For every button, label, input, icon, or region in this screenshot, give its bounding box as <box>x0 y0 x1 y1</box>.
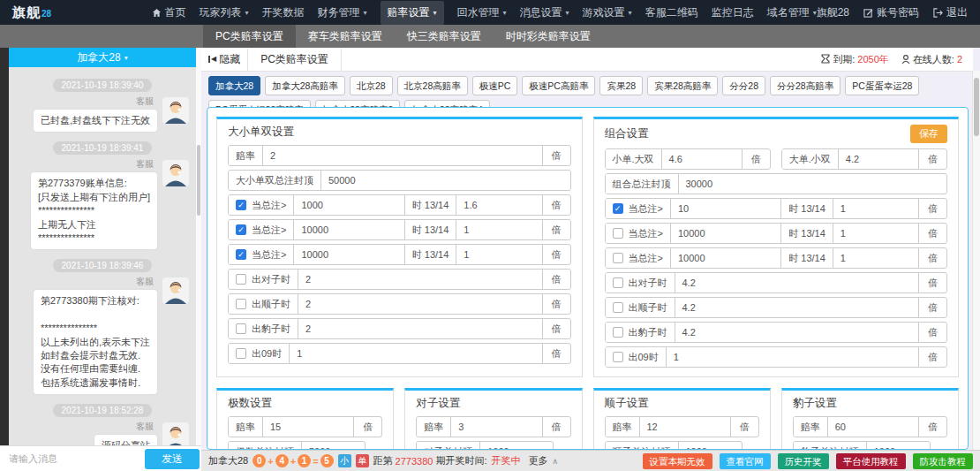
anti-attack-tutorial-button[interactable]: 防攻击教程 <box>913 453 974 469</box>
value-input[interactable]: 1 <box>290 344 541 363</box>
game-tab-加拿大28高赔率[interactable]: 加拿大28高赔率 <box>265 76 345 95</box>
nav-item-rebate[interactable]: 回水管理▾ <box>457 5 507 20</box>
nav-item-game-settings[interactable]: 游戏设置▾ <box>583 5 632 20</box>
value-input[interactable]: 5000 <box>302 442 365 450</box>
subnav-k3-odds[interactable]: 快三类赔率设置 <box>395 25 494 48</box>
send-button[interactable]: 发送 <box>145 449 200 469</box>
checkbox[interactable] <box>613 277 623 288</box>
checkbox[interactable] <box>236 348 246 359</box>
value-input[interactable]: 1000 <box>480 442 553 450</box>
value-input-2[interactable]: 1 <box>456 220 541 239</box>
value-input-2[interactable]: 1 <box>833 248 918 268</box>
chat-input[interactable] <box>0 453 145 464</box>
value-input[interactable]: 2 <box>298 319 542 338</box>
nav-item-odds-settings[interactable]: 赔率设置▾ <box>381 1 444 25</box>
value-input-2[interactable]: 1 <box>833 199 918 218</box>
value-input[interactable]: 4.2 <box>675 273 919 292</box>
value-input[interactable]: 15 <box>263 417 353 437</box>
value-input-2[interactable]: 1.6 <box>456 195 541 215</box>
checkbox[interactable] <box>613 352 623 362</box>
value-input[interactable]: 1000 <box>679 442 742 450</box>
checkbox[interactable]: ✓ <box>236 224 246 235</box>
value-input[interactable]: 3 <box>451 417 541 437</box>
official-site-button[interactable]: 查看官网 <box>720 453 771 469</box>
value-input[interactable]: 10 <box>671 199 780 218</box>
value-input-2[interactable]: 1 <box>456 245 541 264</box>
nav-item-domain[interactable]: 域名管理▾ <box>767 5 817 20</box>
nav-item-service-qrcode[interactable]: 客服二维码 <box>645 5 698 20</box>
invalidate-current-button[interactable]: 设置本期无效 <box>643 453 712 469</box>
game-tab-北京28高赔率[interactable]: 北京28高赔率 <box>397 76 468 95</box>
value-input[interactable]: 10000 <box>294 220 403 239</box>
checkbox[interactable]: ✓ <box>613 203 623 214</box>
value-input[interactable]: 10000 <box>671 224 780 243</box>
nav-item-player-list[interactable]: 玩家列表▾ <box>200 5 249 20</box>
value-input[interactable]: 50000 <box>321 171 570 190</box>
nav-item-monitor-log[interactable]: 监控日志 <box>712 5 754 20</box>
field-label: 出豹子时 <box>229 319 298 338</box>
nav-item-message-settings[interactable]: 消息设置▾ <box>520 5 569 20</box>
game-tab-宾果28[interactable]: 宾果28 <box>599 76 643 95</box>
hide-sidebar-toggle[interactable]: ◀ 隐藏 <box>201 52 247 67</box>
value-input[interactable]: 2 <box>298 270 542 289</box>
checkbox[interactable] <box>236 299 246 309</box>
panel-extreme: 极数设置赔率15倍极数总注封顶5000 <box>216 388 394 450</box>
subnav-pc-odds[interactable]: PC类赔率设置 <box>203 25 296 48</box>
subnav-racing-odds[interactable]: 赛车类赔率设置 <box>296 25 395 48</box>
main-scrollbar-thumb[interactable] <box>974 78 979 136</box>
avatar <box>162 277 189 304</box>
field-label: 出对子时 <box>606 273 675 292</box>
checkbox[interactable]: ✓ <box>236 200 246 210</box>
more-toggle[interactable]: 更多 <box>528 454 547 467</box>
value-input[interactable]: 4.2 <box>839 149 918 169</box>
checkbox[interactable] <box>236 323 246 334</box>
checkbox[interactable]: ✓ <box>236 249 246 260</box>
checkbox[interactable] <box>613 253 623 263</box>
logout-icon <box>933 8 943 18</box>
value-input[interactable]: 12 <box>640 417 730 437</box>
game-tab-宾果28高赔率[interactable]: 宾果28高赔率 <box>647 76 718 95</box>
save-button[interactable]: 保存 <box>910 125 947 143</box>
game-tab-分分28高赔率[interactable]: 分分28高赔率 <box>770 76 841 95</box>
value-input[interactable]: 4.6 <box>662 149 742 169</box>
value-input[interactable]: 2 <box>263 146 542 165</box>
value-input-2[interactable]: 1 <box>833 224 918 243</box>
value-input[interactable]: 1000 <box>294 195 403 215</box>
nav-item-finance[interactable]: 财务管理▾ <box>318 5 367 20</box>
game-tab-加拿大28[interactable]: 加拿大28 <box>208 76 260 95</box>
topnav-account-password[interactable]: 账号密码 <box>863 5 919 20</box>
nav-item-home[interactable]: 首页 <box>152 5 186 20</box>
checkbox[interactable] <box>236 274 246 285</box>
checkbox[interactable] <box>613 327 623 338</box>
value-input[interactable]: 1 <box>667 347 918 367</box>
chat-scrollbar-thumb[interactable] <box>197 145 200 216</box>
field-label: 赔率 <box>417 417 451 437</box>
value-input[interactable]: 10000 <box>671 248 780 268</box>
game-tab-极速PC[interactable]: 极速PC <box>472 76 518 95</box>
game-tab-PC蛋蛋幸运28[interactable]: PC蛋蛋幸运28 <box>845 76 919 95</box>
game-tab-分分28[interactable]: 分分28 <box>722 76 765 95</box>
subnav-ssc-odds[interactable]: 时时彩类赔率设置 <box>494 25 603 48</box>
value-input[interactable]: 30000 <box>679 174 947 194</box>
input-group: 赔率3倍 <box>416 416 570 437</box>
checkbox[interactable] <box>613 302 623 313</box>
history-draws-button[interactable]: 历史开奖 <box>778 453 829 469</box>
topnav-brand[interactable]: 旗舰28 <box>817 5 849 20</box>
value-input[interactable]: 1000 <box>867 442 930 450</box>
value-input[interactable]: 10000 <box>294 245 403 264</box>
checkbox[interactable] <box>613 228 623 239</box>
value-input[interactable]: 2 <box>298 294 542 314</box>
platform-tutorial-button[interactable]: 平台使用教程 <box>836 453 906 469</box>
chat-message: 客服已封盘,封盘线下下注无效 <box>16 95 189 132</box>
panel-triple: 豹子设置赔率60倍豹子总注封顶1000 <box>781 388 959 450</box>
game-tab-极速PC高赔率[interactable]: 极速PC高赔率 <box>522 76 595 95</box>
value-input[interactable]: 60 <box>828 417 918 437</box>
value-input[interactable]: 4.2 <box>675 298 919 317</box>
tab-pc-odds[interactable]: PC类赔率设置 <box>247 49 342 71</box>
topnav-logout[interactable]: 退出 <box>933 5 968 20</box>
value-input[interactable]: 4.2 <box>675 323 919 342</box>
game-tab-北京28[interactable]: 北京28 <box>350 76 393 95</box>
main-scrollbar[interactable] <box>972 71 980 450</box>
chat-room-header[interactable]: 加拿大28 ▾ <box>9 48 196 67</box>
nav-item-draw-data[interactable]: 开奖数据 <box>262 5 305 20</box>
